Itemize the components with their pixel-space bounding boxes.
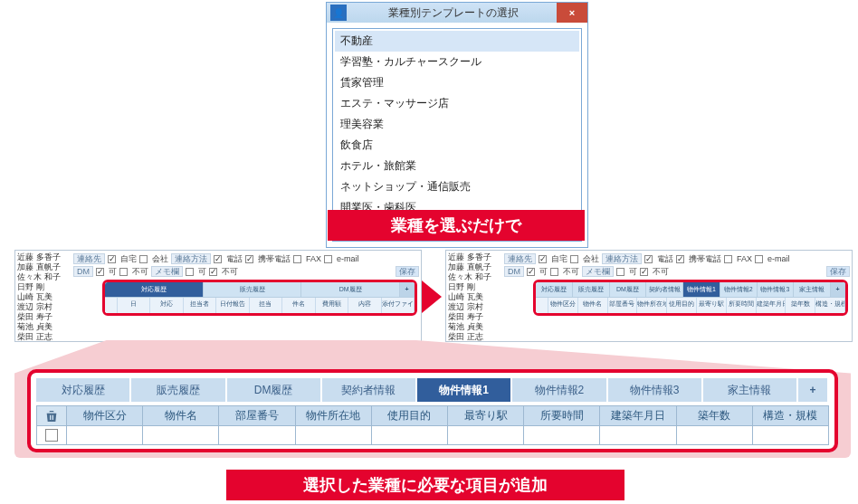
cell[interactable] [219, 425, 295, 445]
checkbox-email[interactable] [755, 255, 763, 263]
close-icon[interactable]: × [557, 3, 587, 23]
tab-add[interactable]: + [831, 282, 845, 297]
list-item[interactable]: ネットショップ・通信販売 [335, 176, 579, 197]
checkbox-memo-ok[interactable] [616, 268, 624, 276]
col-checkbox[interactable] [536, 298, 548, 316]
tab-sales[interactable]: 販売履歴 [131, 378, 226, 402]
checkbox-home[interactable] [108, 255, 116, 263]
list-item[interactable]: 近藤 多香子 [17, 252, 73, 262]
tab[interactable]: 契約者情報 [646, 282, 683, 297]
checkbox-home[interactable] [539, 255, 547, 263]
list-item[interactable]: 賃家管理 [335, 72, 579, 93]
tab-prop2[interactable]: 物件情報2 [512, 378, 607, 402]
list-item[interactable]: 柴田 寿子 [17, 312, 73, 322]
cell[interactable] [677, 425, 753, 445]
after-panel: 近藤 多香子 加藤 直帆子 佐々木 和子 日野 剛 山崎 瓦美 渡辺 宗村 柴田… [445, 250, 853, 342]
checkbox-dm-ng[interactable] [550, 268, 558, 276]
tab-add[interactable]: + [400, 282, 415, 297]
tab[interactable]: 対応履歴 [536, 282, 573, 297]
list-item[interactable]: 柴田 寿子 [448, 312, 504, 322]
cell[interactable] [143, 425, 219, 445]
cell[interactable] [296, 425, 372, 445]
tab-dm[interactable]: DM履歴 [227, 378, 322, 402]
cell[interactable] [600, 425, 676, 445]
tab[interactable]: 物件情報2 [720, 282, 758, 297]
tab[interactable]: 物件情報1 [683, 282, 720, 297]
ribbon-bottom: 選択した業種に必要な項目が追加 [226, 470, 624, 500]
memo-label: メモ欄 [582, 266, 614, 277]
cell[interactable] [448, 425, 524, 445]
checkbox-dm-ng[interactable] [119, 268, 128, 276]
checkbox-phone[interactable] [214, 255, 222, 263]
list-item[interactable]: 学習塾・カルチャースクール [335, 52, 579, 72]
tab[interactable]: DM履歴 [610, 282, 647, 297]
list-item[interactable]: 日野 剛 [17, 282, 73, 292]
before-panel: 近藤 多香子 加藤 直帆子 佐々木 和子 日野 剛 山崎 瓦美 渡辺 宗村 柴田… [14, 250, 422, 342]
person-icon: 👤 [330, 5, 347, 21]
dialog-titlebar: 👤 業種別テンプレートの選択 × [327, 3, 587, 23]
tab-contract[interactable]: 契約者情報 [322, 378, 417, 402]
tab[interactable]: DM履歴 [301, 282, 400, 297]
cell[interactable] [67, 425, 143, 445]
list-item[interactable]: 菊池 貞美 [17, 322, 73, 332]
checkbox-email[interactable] [324, 255, 332, 263]
col-header: 物件所在地 [296, 405, 372, 425]
cell[interactable] [372, 425, 448, 445]
name-list: 近藤 多香子 加藤 直帆子 佐々木 和子 日野 剛 山崎 瓦美 渡辺 宗村 柴田… [17, 252, 73, 342]
list-item[interactable]: 菊池 貞美 [448, 322, 504, 332]
col-checkbox[interactable] [105, 298, 118, 316]
col-header: 物件区分 [67, 405, 143, 425]
list-item[interactable]: 理美容業 [335, 114, 579, 135]
list-item[interactable]: 不動産 [335, 31, 579, 52]
tab[interactable]: 対応履歴 [105, 282, 204, 297]
method-label: 連絡方法 [171, 253, 211, 264]
list-item[interactable]: 渡辺 宗村 [448, 302, 504, 312]
checkbox-memo-ok[interactable] [186, 268, 194, 276]
tab[interactable]: 販売履歴 [573, 282, 610, 297]
dialog-title: 業種別テンプレートの選択 [350, 5, 557, 21]
save-button[interactable]: 保存 [826, 266, 850, 277]
tab-add[interactable]: + [798, 378, 829, 402]
delete-row-button[interactable] [36, 405, 67, 425]
checkbox-memo-ng[interactable] [209, 268, 217, 276]
list-item[interactable]: ホテル・旅館業 [335, 156, 579, 176]
list-item[interactable]: 日野 剛 [448, 282, 504, 292]
checkbox-mobile[interactable] [245, 255, 253, 263]
detail-grid: 物件区分 物件名 部屋番号 物件所在地 使用目的 最寄り駅 所要時間 建築年月日… [36, 405, 829, 445]
list-item[interactable]: 山崎 瓦美 [17, 292, 73, 302]
tab-prop1[interactable]: 物件情報1 [417, 378, 512, 402]
tab[interactable]: 物件情報3 [758, 282, 795, 297]
cell[interactable] [753, 425, 829, 445]
before-tabstrip: 対応履歴 販売履歴 DM履歴 + 日 対応 担当者 日付報告 担当 件名 費用額… [102, 280, 417, 316]
contact-prefs: 連絡先 自宅 会社 連絡方法 電話 携帯電話 FAX e-mail DM 可 不… [504, 252, 850, 278]
checkbox-company[interactable] [570, 255, 578, 263]
checkbox-mobile[interactable] [676, 255, 684, 263]
checkbox-fax[interactable] [724, 255, 732, 263]
list-item[interactable]: 佐々木 和子 [17, 272, 73, 282]
checkbox-dm-ok[interactable] [527, 268, 535, 276]
list-item[interactable]: エステ・マッサージ店 [335, 93, 579, 114]
checkbox-phone[interactable] [644, 255, 653, 263]
memo-label: メモ欄 [151, 266, 183, 277]
list-item[interactable]: 渡辺 宗村 [17, 302, 73, 312]
tab-prop3[interactable]: 物件情報3 [608, 378, 703, 402]
tab-owner[interactable]: 家主情報 [703, 378, 798, 402]
cell[interactable] [524, 425, 600, 445]
row-checkbox[interactable] [36, 425, 67, 445]
trash-icon [44, 409, 59, 423]
checkbox-dm-ok[interactable] [96, 268, 104, 276]
save-button[interactable]: 保存 [396, 266, 419, 277]
checkbox-memo-ng[interactable] [640, 268, 648, 276]
checkbox-fax[interactable] [293, 255, 301, 263]
list-item[interactable]: 飲食店 [335, 135, 579, 156]
tab-history[interactable]: 対応履歴 [36, 378, 131, 402]
list-item[interactable]: 佐々木 和子 [448, 272, 504, 282]
list-item[interactable]: 加藤 直帆子 [17, 262, 73, 272]
list-item[interactable]: 近藤 多香子 [448, 252, 504, 262]
tab[interactable]: 家主情報 [794, 282, 831, 297]
checkbox-company[interactable] [139, 255, 148, 263]
tab[interactable]: 販売履歴 [204, 282, 302, 297]
col-header: 使用目的 [372, 405, 448, 425]
list-item[interactable]: 山崎 瓦美 [448, 292, 504, 302]
list-item[interactable]: 加藤 直帆子 [448, 262, 504, 272]
